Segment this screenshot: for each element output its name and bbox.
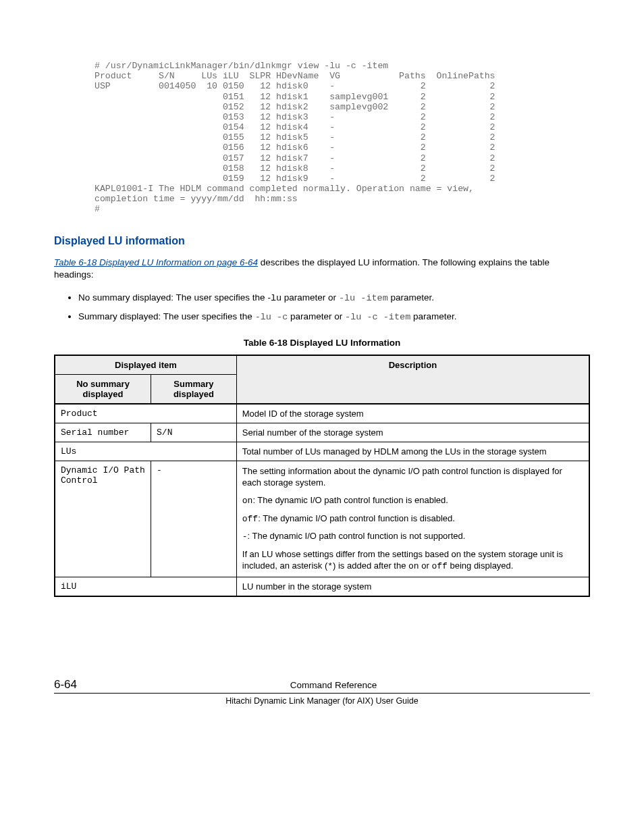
page-footer: 6-64 Command Reference Hitachi Dynamic L… (54, 678, 590, 706)
text: off: The dynamic I/O path control functi… (242, 513, 583, 525)
cell: LUs (55, 442, 236, 461)
text: parameter or (288, 311, 345, 321)
cell: Total number of LUs managed by HDLM amon… (236, 442, 589, 461)
cell: Product (55, 404, 236, 423)
text: -: The dynamic I/O path control function… (242, 530, 583, 543)
th-description: Description (236, 355, 589, 404)
code-text: off (431, 561, 447, 571)
page-number: 6-64 (54, 678, 77, 692)
section-heading: Displayed LU information (54, 235, 590, 247)
text: on: The dynamic I/O path control functio… (242, 494, 583, 507)
cell: The setting information about the dynami… (236, 461, 589, 577)
footer-subtitle: Hitachi Dynamic Link Manager (for AIX) U… (54, 696, 590, 706)
code-text: -lu -item (339, 293, 388, 303)
text: or (419, 561, 432, 571)
th-summary: Summary displayed (151, 374, 237, 404)
table-row: LUs Total number of LUs managed by HDLM … (55, 442, 589, 461)
bullet-list: No summary displayed: The user specifies… (54, 291, 590, 324)
th-no-summary: No summary displayed (55, 374, 151, 404)
text: : The dynamic I/O path control function … (258, 513, 455, 523)
table-row: Serial number S/N Serial number of the s… (55, 423, 589, 442)
text: parameter. (388, 292, 434, 303)
cell: LU number in the storage system (236, 577, 589, 596)
text: Summary displayed: The user specifies th… (78, 311, 255, 321)
command-output: # /usr/DynamicLinkManager/bin/dlnkmgr vi… (95, 61, 590, 215)
text: ) is added after the (333, 561, 408, 571)
cell: Dynamic I/O Path Control (55, 461, 151, 577)
code-text: -lu -c (255, 312, 288, 322)
code-text: lu (271, 293, 281, 303)
code-text: - (242, 531, 248, 542)
cell: S/N (151, 423, 237, 442)
table-caption: Table 6-18 Displayed LU Information (54, 338, 590, 348)
text: : The dynamic I/O path control function … (252, 495, 448, 505)
text: parameter. (410, 311, 456, 321)
text: being displayed. (448, 561, 514, 571)
cell: Serial number of the storage system (236, 423, 589, 442)
code-text: on (408, 561, 419, 571)
text: No summary displayed: The user specifies… (78, 292, 271, 303)
table-row: iLU LU number in the storage system (55, 577, 589, 596)
text: If an LU whose settings differ from the … (242, 548, 583, 573)
text: : The dynamic I/O path control function … (248, 531, 466, 541)
code-text: -lu -c -item (345, 312, 410, 322)
cell: iLU (55, 577, 236, 596)
intro-paragraph: Table 6-18 Displayed LU Information on p… (54, 257, 590, 282)
text: The setting information about the dynami… (242, 465, 583, 489)
code-text: * (327, 561, 333, 571)
text: parameter or (281, 292, 339, 303)
table-crossref-link[interactable]: Table 6-18 Displayed LU Information on p… (54, 257, 258, 267)
cell: Serial number (55, 423, 151, 442)
bullet-item: No summary displayed: The user specifies… (78, 291, 590, 305)
footer-title: Command Reference (77, 680, 590, 690)
code-text: off (242, 514, 258, 524)
code-text: on (242, 496, 253, 506)
th-displayed-item: Displayed item (55, 355, 236, 375)
cell: - (151, 461, 237, 577)
table-row: Dynamic I/O Path Control - The setting i… (55, 461, 589, 577)
cell: Model ID of the storage system (236, 404, 589, 423)
lu-info-table: Displayed item Description No summary di… (54, 355, 590, 597)
bullet-item: Summary displayed: The user specifies th… (78, 310, 590, 324)
table-row: Product Model ID of the storage system (55, 404, 589, 423)
